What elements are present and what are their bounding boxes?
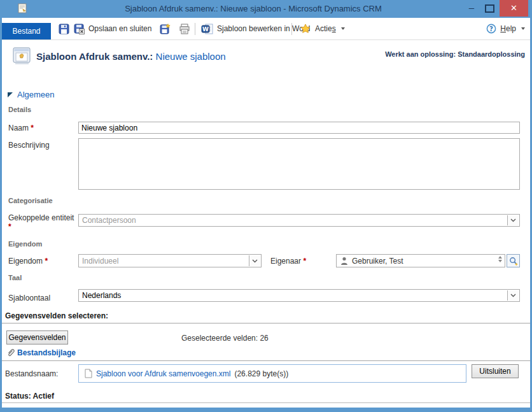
actions-icon [300, 24, 311, 34]
word-icon: W [201, 24, 213, 34]
dropdown-arrow-icon[interactable] [249, 255, 260, 266]
chevron-down-icon [521, 27, 525, 30]
save-and-close-icon [74, 24, 85, 34]
file-tab[interactable]: Bestand [2, 23, 51, 39]
app-icon [17, 3, 27, 13]
save-and-close-button[interactable]: Opslaan en sluiten [74, 18, 151, 39]
naam-input[interactable] [78, 122, 520, 134]
document-icon [85, 369, 92, 378]
section-general-toggle[interactable]: Algemeen [8, 90, 55, 99]
dropdown-arrow-icon[interactable] [507, 215, 519, 225]
attached-file-box: Sjabloon voor Afdruk samenvoegen.xml (26… [78, 364, 466, 383]
attached-file-link[interactable]: Sjabloon voor Afdruk samenvoegen.xml [96, 369, 230, 378]
close-icon: ✕ [510, 3, 517, 13]
divider [2, 360, 530, 361]
beschrijving-textarea[interactable] [78, 138, 520, 190]
attachment-link[interactable]: Bestandsbijlage [6, 348, 76, 357]
toolbar-separator [291, 23, 292, 35]
form-body: Sjabloon Afdruk samenv.: Nieuwe sjabloon… [2, 40, 530, 408]
record-type-label: Sjabloon Afdruk samenv.: [36, 51, 153, 62]
data-fields-button[interactable]: Gegevensvelden [6, 330, 68, 345]
svg-text:?: ? [489, 25, 493, 32]
eigendom-select[interactable]: Individueel [78, 254, 262, 267]
attachment-link-label: Bestandsbijlage [17, 348, 76, 357]
attached-file-size: (26.829 byte(s)) [234, 369, 288, 378]
group-categorisatie-label: Categorisatie [8, 197, 53, 204]
selected-fields-count: Geselecteerde velden: 26 [181, 334, 269, 343]
data-fields-section-label: Gegevensvelden selecteren: [5, 311, 108, 320]
window-title: Sjabloon Afdruk samenv.: Nieuwe sjabloon… [38, 4, 468, 13]
save-icon [59, 24, 69, 34]
eigenaar-lookup-field[interactable]: Gebruiker, Test [336, 254, 505, 267]
group-eigendom-label: Eigendom [8, 240, 42, 248]
chevron-down-icon [341, 27, 345, 30]
page-title: Sjabloon Afdruk samenv.: Nieuwe sjabloon [36, 51, 226, 62]
minimize-icon: – [469, 2, 474, 13]
sjabloontaal-value: Nederlands [82, 291, 121, 300]
section-general-label: Algemeen [17, 90, 55, 99]
minimize-button[interactable]: – [465, 1, 479, 16]
save-and-new-button[interactable] [160, 18, 171, 39]
status-label: Status: Actief [5, 392, 54, 401]
spinner-up-icon [498, 256, 502, 259]
title-bar[interactable]: Sjabloon Afdruk samenv.: Nieuwe sjabloon… [0, 0, 532, 18]
edit-in-word-label: Sjabloon bewerken in Word [217, 24, 311, 33]
eigenaar-label: Eigenaar * [270, 257, 306, 266]
close-button[interactable]: ✕ [500, 0, 528, 17]
magnifier-icon [509, 257, 518, 266]
spinner-down-icon [498, 260, 502, 262]
print-button[interactable] [179, 18, 190, 39]
help-menu-button[interactable]: ? Help [486, 18, 525, 39]
eigendom-label: Eigendom * [8, 257, 48, 266]
group-details-label: Details [8, 106, 31, 113]
help-label: Help [500, 24, 516, 33]
paperclip-icon [6, 348, 15, 357]
help-icon: ? [486, 24, 496, 34]
maximize-button[interactable] [485, 4, 494, 13]
eigenaar-value: Gebruiker, Test [352, 257, 403, 266]
actions-label: Acties [315, 24, 336, 33]
bestandsnaam-label: Bestandsnaam: [5, 369, 58, 378]
beschrijving-label: Beschrijving [8, 141, 50, 150]
record-type-icon [13, 47, 32, 65]
divider [2, 323, 530, 323]
save-and-new-icon [160, 24, 171, 34]
save-button[interactable] [59, 18, 69, 39]
divider [2, 402, 530, 403]
lookup-spinner[interactable] [498, 256, 502, 262]
file-tab-label: Bestand [12, 27, 40, 36]
eigendom-value: Individueel [82, 257, 118, 266]
group-taal-label: Taal [8, 274, 22, 281]
edit-in-word-button[interactable]: W Sjabloon bewerken in Word [201, 18, 311, 39]
crm-dialog-window: Sjabloon Afdruk samenv.: Nieuwe sjabloon… [0, 0, 532, 412]
svg-text:W: W [202, 26, 209, 32]
gekoppelde-entiteit-label: Gekoppelde entiteit * [8, 213, 76, 231]
dropdown-arrow-icon[interactable] [507, 290, 519, 301]
sjabloontaal-select[interactable]: Nederlands [78, 289, 520, 302]
print-icon [179, 24, 190, 34]
record-name-label: Nieuwe sjabloon [156, 51, 226, 62]
working-solution-label: Werkt aan oplossing: Standaardoplossing [385, 50, 525, 58]
actions-menu-button[interactable]: Acties [300, 18, 345, 39]
person-icon [340, 257, 348, 265]
collapse-triangle-icon [8, 92, 13, 97]
gekoppelde-entiteit-select[interactable]: Contactpersoon [78, 214, 520, 227]
toolbar: Bestand Opslaan en sluiten [2, 18, 530, 40]
save-and-close-label: Opslaan en sluiten [88, 24, 151, 33]
eigenaar-lookup-button[interactable] [507, 254, 520, 267]
naam-label: Naam * [8, 124, 34, 132]
exclude-button[interactable]: Uitsluiten [472, 364, 519, 378]
toolbar-separator [195, 23, 195, 35]
gekoppelde-entiteit-value: Contactpersoon [82, 216, 136, 225]
sjabloontaal-label: Sjabloontaal [8, 294, 50, 302]
